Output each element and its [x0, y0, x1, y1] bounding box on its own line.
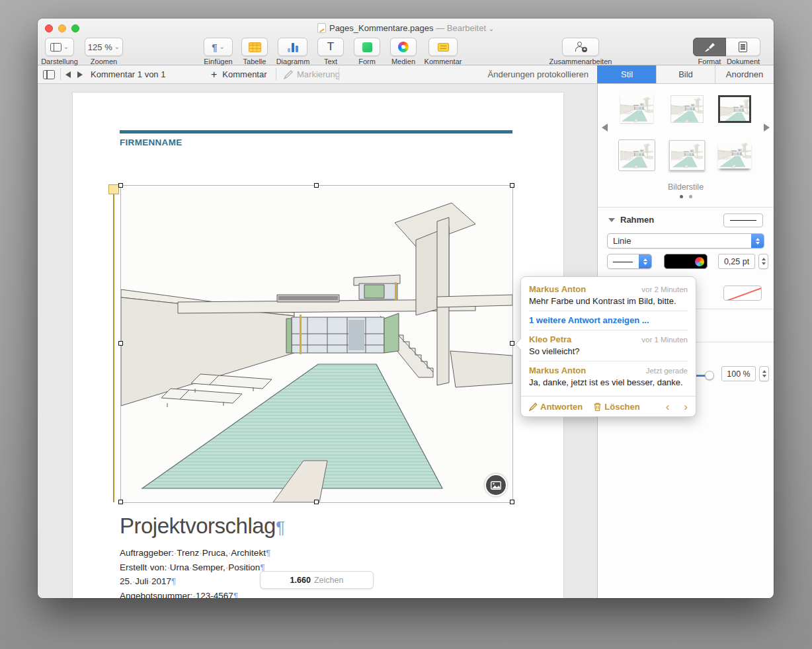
styles-previous-icon[interactable] [602, 124, 608, 132]
selection-handle-bottom-center[interactable] [314, 500, 319, 504]
opacity-stepper[interactable] [759, 366, 769, 381]
selection-handle-left[interactable] [118, 341, 123, 346]
collaborate-label: Zusammenarbeiten [549, 57, 612, 65]
modified-label: — Bearbeitet [436, 23, 486, 33]
selection-handle-bottom-right[interactable] [510, 500, 514, 504]
text-button[interactable]: T [317, 38, 344, 56]
tab-bild[interactable]: Bild [656, 65, 715, 83]
chevron-down-icon: ⌄ [219, 44, 224, 50]
document-line: Erstellt·von:·Urna·Semper,·Position¶ [120, 560, 270, 575]
image-style-6[interactable] [718, 141, 751, 169]
selected-image[interactable] [121, 186, 512, 502]
media-wheel-icon [398, 42, 409, 52]
shadow-none-button[interactable] [723, 286, 762, 301]
comment-marker[interactable] [108, 184, 119, 194]
collaborate-icon: + [575, 42, 587, 52]
line-style-popup[interactable] [607, 254, 652, 269]
image-style-3[interactable] [718, 95, 751, 123]
image-style-1[interactable] [620, 95, 653, 123]
popup-stepper-icon [639, 254, 651, 268]
format-button[interactable] [693, 38, 726, 56]
comment-bar: Kommentar 1 von 1 + Kommentar Markierung… [38, 65, 774, 84]
previous-comment-button[interactable] [65, 65, 71, 83]
image-style-4-selected[interactable] [618, 139, 655, 171]
frame-section-header[interactable]: Rahmen [608, 215, 654, 225]
format-tabs: Stil Bild Anordnen [597, 65, 774, 83]
shape-icon [362, 42, 372, 52]
frame-type-value: Linie [608, 236, 751, 246]
media-label: Medien [391, 57, 415, 65]
selection-handle-top-left[interactable] [118, 183, 123, 188]
comment-text: Ja, danke, jetzt ist es viel besser, dan… [529, 377, 688, 387]
next-reply-button[interactable]: › [684, 401, 688, 412]
document-heading[interactable]: Projektvorschlag¶ [120, 514, 284, 539]
replace-image-button[interactable] [485, 474, 507, 496]
frame-width-field[interactable]: 0,25 pt [718, 254, 755, 269]
document-icon [739, 42, 747, 52]
trash-icon [593, 402, 602, 411]
delete-button[interactable]: Löschen [593, 402, 639, 412]
media-button[interactable] [390, 38, 417, 56]
zoom-select[interactable]: 125 % ⌄ [85, 38, 123, 56]
shape-button[interactable] [354, 38, 380, 56]
document-line: Angebotsnummer:·123-4567¶ [120, 589, 270, 599]
pages-window: Pages_Kommentare.pages — Bearbeitet ⌄ ⌄ … [38, 19, 774, 598]
comment-popover: Markus Antonvor 2 MinutenMehr Farbe und … [520, 276, 696, 417]
color-wheel-icon [695, 257, 704, 266]
comment-button[interactable] [428, 38, 458, 56]
tab-anordnen[interactable]: Anordnen [715, 65, 774, 83]
pencil-icon [529, 402, 538, 411]
character-count-badge[interactable]: 1.660 Zeichen [260, 571, 374, 589]
comment-note-icon [438, 43, 449, 52]
frame-color-well[interactable] [664, 254, 708, 269]
frame-style-button[interactable] [723, 213, 763, 227]
table-button[interactable] [241, 38, 268, 56]
document-canvas[interactable]: FIRMENNAME Projektvorsch [38, 84, 597, 598]
opacity-slider-thumb[interactable] [705, 371, 714, 380]
next-comment-button[interactable] [77, 65, 83, 83]
toggle-sidebar-button[interactable] [43, 65, 55, 83]
document-line: Auftraggeber:·Trenz·Pruca,·Architekt¶ [120, 546, 270, 560]
reply-button[interactable]: Antworten [529, 402, 583, 412]
document-button[interactable] [726, 38, 760, 56]
comment-text: So vielleicht? [529, 346, 688, 356]
tab-stil[interactable]: Stil [597, 65, 656, 83]
chart-button[interactable] [278, 38, 307, 56]
table-label: Tabelle [243, 57, 266, 65]
zoom-value: 125 % [88, 42, 112, 52]
previous-reply-button[interactable]: ‹ [666, 401, 670, 412]
document-meta-lines[interactable]: Auftraggeber:·Trenz·Pruca,·Architekt¶Ers… [120, 546, 270, 598]
paintbrush-icon [704, 42, 715, 52]
highlight-button[interactable]: Markierung [284, 65, 340, 83]
image-style-5[interactable] [669, 140, 705, 171]
pencil-icon [284, 70, 293, 79]
opacity-field[interactable]: 100 % [721, 366, 756, 381]
show-more-replies-link[interactable]: 1 weitere Antwort anzeigen ... [529, 315, 688, 325]
selection-handle-top-right[interactable] [510, 183, 514, 188]
selection-handle-bottom-left[interactable] [118, 500, 123, 504]
styles-page-dots[interactable] [598, 195, 774, 198]
frame-width-stepper[interactable] [758, 254, 768, 269]
image-style-2[interactable] [670, 95, 704, 123]
view-button[interactable]: ⌄ [45, 38, 74, 56]
comment-header: Markus Antonvor 2 Minuten [529, 284, 688, 294]
styles-next-icon[interactable] [764, 124, 770, 132]
bar-chart-icon [287, 42, 299, 52]
collaborate-button[interactable]: + [562, 38, 599, 56]
comment-author: Kleo Petra [529, 334, 571, 344]
frame-title: Rahmen [620, 215, 654, 225]
insert-button[interactable]: ¶ ⌄ [204, 38, 233, 56]
selection-handle-right[interactable] [510, 341, 514, 346]
track-changes-button[interactable]: Änderungen protokollieren [488, 65, 589, 83]
selection-handle-top-center[interactable] [314, 183, 319, 188]
table-icon [249, 42, 261, 52]
image-placeholder-icon [491, 481, 501, 490]
comment-author: Markus Anton [529, 365, 586, 375]
frame-type-popup[interactable]: Linie [607, 233, 764, 248]
comment-time: vor 2 Minuten [641, 286, 688, 293]
document-label: Dokument [727, 57, 760, 65]
popover-footer: Antworten Löschen ‹ › [521, 396, 696, 416]
title-chevron-icon[interactable]: ⌄ [489, 25, 494, 32]
text-tool-icon: T [327, 40, 334, 54]
add-comment-button[interactable]: + Kommentar [211, 65, 267, 83]
